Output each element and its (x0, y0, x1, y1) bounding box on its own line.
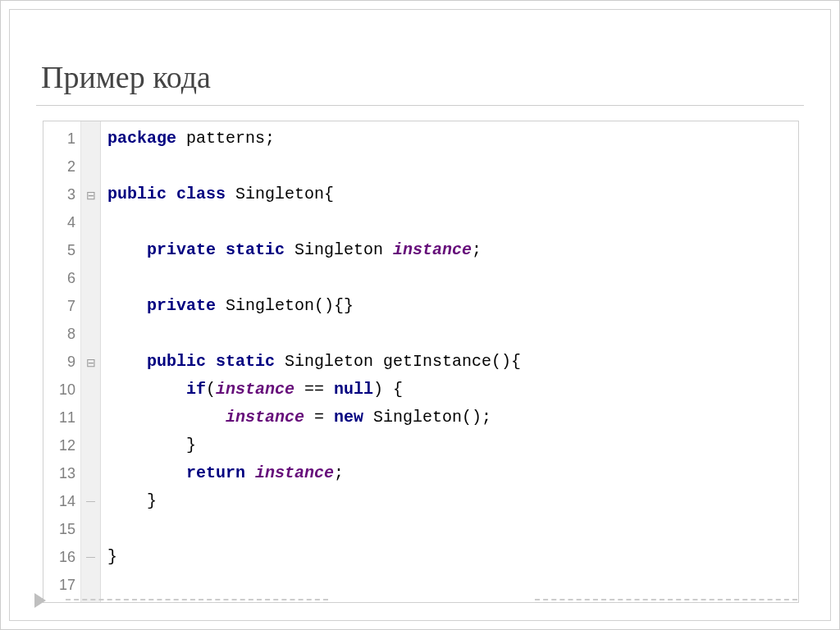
line-number: 14 (48, 487, 75, 515)
fold-spacer (81, 571, 100, 599)
code-area[interactable]: package patterns; public class Singleton… (101, 121, 527, 602)
line-number: 11 (48, 404, 75, 431)
line-number: 2 (48, 153, 75, 180)
line-number: 6 (48, 264, 75, 292)
code-line[interactable] (107, 264, 521, 292)
slide-frame: Пример кода 1234567891011121314151617 pa… (0, 0, 840, 630)
slide-bullet-arrow-icon (34, 593, 46, 608)
code-line[interactable]: private static Singleton instance; (107, 236, 521, 264)
slide-title: Пример кода (26, 59, 814, 95)
decorative-dash-left (66, 599, 328, 600)
line-number: 1 (48, 125, 75, 153)
fold-spacer (81, 404, 100, 431)
fold-column (81, 121, 101, 602)
line-number: 10 (48, 376, 75, 404)
code-line[interactable]: instance = new Singleton(); (107, 404, 521, 431)
fold-spacer (81, 515, 100, 543)
code-line[interactable] (107, 571, 521, 599)
line-number: 12 (48, 431, 75, 459)
fold-end-icon (81, 487, 100, 515)
title-underline (36, 105, 804, 106)
line-number: 4 (48, 208, 75, 236)
code-line[interactable]: package patterns; (107, 125, 521, 153)
fold-spacer (81, 125, 100, 153)
code-line[interactable]: if(instance == null) { (107, 376, 521, 404)
fold-spacer (81, 236, 100, 264)
code-line[interactable]: public static Singleton getInstance(){ (107, 348, 521, 376)
code-line[interactable] (107, 208, 521, 236)
decorative-dash-right (535, 599, 797, 600)
code-line[interactable]: public class Singleton{ (107, 180, 521, 208)
fold-spacer (81, 292, 100, 320)
line-number: 8 (48, 320, 75, 348)
fold-spacer (81, 459, 100, 487)
line-number-gutter: 1234567891011121314151617 (43, 121, 81, 602)
code-line[interactable] (107, 153, 521, 180)
fold-spacer (81, 431, 100, 459)
fold-spacer (81, 320, 100, 348)
line-number: 9 (48, 348, 75, 376)
fold-toggle-icon[interactable] (81, 180, 100, 208)
line-number: 7 (48, 292, 75, 320)
code-line[interactable]: } (107, 543, 521, 571)
code-editor: 1234567891011121314151617 package patter… (43, 121, 799, 603)
code-line[interactable] (107, 515, 521, 543)
code-line[interactable]: } (107, 431, 521, 459)
line-number: 3 (48, 180, 75, 208)
fold-spacer (81, 153, 100, 180)
fold-end-icon (81, 543, 100, 571)
line-number: 17 (48, 571, 75, 599)
fold-spacer (81, 208, 100, 236)
code-line[interactable]: private Singleton(){} (107, 292, 521, 320)
code-line[interactable]: return instance; (107, 459, 521, 487)
slide-inner: Пример кода 1234567891011121314151617 pa… (9, 9, 831, 621)
fold-spacer (81, 264, 100, 292)
line-number: 5 (48, 236, 75, 264)
fold-toggle-icon[interactable] (81, 348, 100, 376)
line-number: 16 (48, 543, 75, 571)
code-line[interactable]: } (107, 487, 521, 515)
code-line[interactable] (107, 320, 521, 348)
line-number: 15 (48, 515, 75, 543)
line-number: 13 (48, 459, 75, 487)
fold-spacer (81, 376, 100, 404)
